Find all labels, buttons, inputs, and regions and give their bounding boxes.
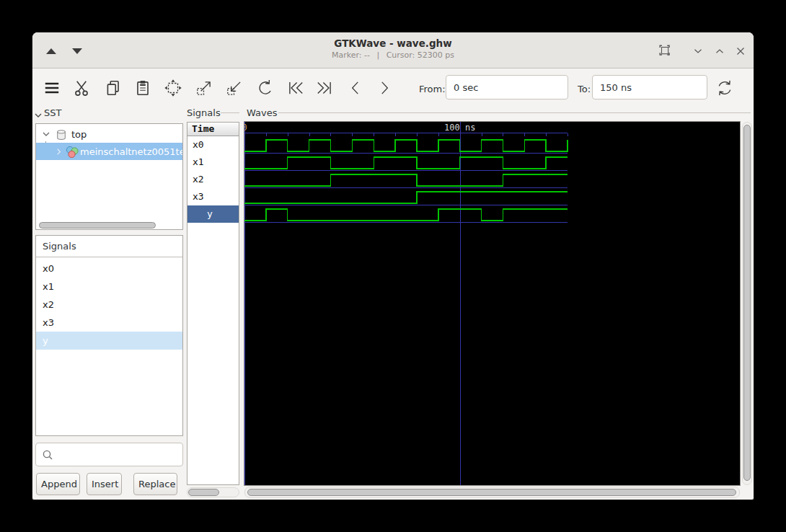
marker-status: Marker: -- (332, 50, 370, 60)
triangle-down-button[interactable] (69, 43, 86, 60)
zoom-fit-button[interactable] (164, 79, 182, 97)
from-label: From: (419, 84, 446, 94)
skip-to-end-button[interactable] (315, 79, 334, 97)
tree-expander-icon[interactable] (42, 130, 50, 138)
close-button[interactable] (732, 43, 749, 60)
step-forward-button[interactable] (375, 79, 394, 97)
cut-icon (72, 89, 91, 99)
module-spheres-icon (66, 146, 79, 158)
cut-button[interactable] (72, 79, 91, 97)
search-box[interactable] (35, 443, 183, 466)
to-input[interactable] (592, 75, 707, 99)
sst-tree: top meinschaltnetz0051testb (35, 123, 183, 230)
search-input[interactable] (58, 443, 183, 466)
insert-button[interactable]: Insert (87, 473, 122, 495)
skip-to-start-button[interactable] (286, 79, 305, 97)
replace-button[interactable]: Replace (133, 473, 177, 495)
titlebar[interactable]: GTKWave - wave.ghw Marker: -- | Cursor: … (32, 32, 754, 68)
gtkwave-window: GTKWave - wave.ghw Marker: -- | Cursor: … (32, 32, 754, 500)
close-icon (734, 45, 747, 58)
fit-window-icon (658, 43, 674, 59)
zoom-in-button[interactable] (195, 79, 213, 97)
roll-down-icon (692, 45, 705, 58)
waves-panel-label: Waves (247, 107, 277, 118)
paste-button[interactable] (133, 79, 152, 97)
triangle-up-icon (46, 48, 56, 54)
copy-icon (104, 89, 123, 99)
tree-hscrollbar-thumb[interactable] (39, 222, 156, 229)
menu-icon (43, 89, 61, 99)
tree-node-label[interactable]: meinschaltnetz0051testb (80, 146, 182, 157)
names-panel-label: Signals (187, 107, 221, 118)
skip-to-start-icon (286, 89, 305, 99)
from-input[interactable] (446, 75, 568, 99)
wave-canvas[interactable]: 0100 ns (244, 121, 741, 486)
subtitle-separator: | (376, 50, 379, 60)
facility-header: Signals (36, 236, 182, 257)
frame-border-line (278, 112, 751, 113)
reload-button[interactable] (715, 79, 734, 97)
menu-button[interactable] (43, 79, 61, 97)
wave-hscrollbar-thumb[interactable] (247, 489, 736, 496)
roll-up-icon (713, 45, 726, 58)
facility-row-x0[interactable]: x0 (36, 260, 182, 278)
append-button[interactable]: Append (36, 473, 80, 495)
zoom-in-icon (195, 89, 213, 99)
zoom-out-icon (225, 89, 244, 99)
facility-row-x3[interactable]: x3 (36, 314, 182, 332)
window-title: GTKWave - wave.ghw (32, 37, 754, 49)
to-label: To: (578, 84, 591, 94)
undo-icon (255, 89, 274, 99)
zoom-out-button[interactable] (225, 79, 244, 97)
skip-to-end-icon (315, 89, 334, 99)
step-forward-icon (375, 89, 394, 99)
signal-names-panel: Time x0x1x2x3y (187, 122, 239, 485)
triangle-up-button[interactable] (43, 43, 60, 60)
facility-row-x1[interactable]: x1 (36, 278, 182, 296)
desktop-background: GTKWave - wave.ghw Marker: -- | Cursor: … (0, 0, 786, 532)
sst-expander-icon[interactable] (34, 109, 43, 123)
names-hscrollbar-thumb[interactable] (188, 489, 219, 496)
signal-name-row-x2[interactable]: x2 (187, 171, 239, 188)
triangle-down-icon (72, 48, 82, 54)
zoom-fit-icon (164, 89, 182, 99)
tree-expander-icon[interactable] (55, 148, 63, 156)
roll-up-button[interactable] (711, 43, 728, 60)
svg-text:100 ns: 100 ns (444, 123, 475, 133)
cursor-status: Cursor: 52300 ps (387, 50, 454, 60)
time-column-header[interactable]: Time (187, 123, 239, 136)
step-back-button[interactable] (346, 79, 365, 97)
frame-border-line (221, 112, 239, 113)
search-icon (42, 449, 53, 461)
sst-panel-label: SST (44, 107, 61, 118)
signal-name-row-y[interactable]: y (187, 205, 239, 223)
tree-node-label[interactable]: top (71, 129, 87, 140)
facility-list: Signals x0x1x2x3y (35, 235, 183, 436)
wave-vscrollbar-thumb[interactable] (743, 125, 751, 481)
window-subtitle: Marker: -- | Cursor: 52300 ps (32, 50, 754, 60)
roll-down-button[interactable] (689, 43, 707, 60)
tree-row-top[interactable]: top (36, 125, 182, 143)
signal-name-row-x1[interactable]: x1 (187, 154, 239, 171)
signal-name-row-x3[interactable]: x3 (187, 188, 239, 205)
paste-icon (133, 89, 152, 99)
reload-icon (715, 89, 734, 99)
module-cylinder-icon (56, 128, 67, 141)
copy-button[interactable] (104, 79, 123, 97)
fit-window-button[interactable] (657, 43, 674, 60)
facility-row-x2[interactable]: x2 (36, 296, 182, 314)
facility-row-y[interactable]: y (36, 332, 182, 350)
signal-name-row-x0[interactable]: x0 (187, 136, 239, 154)
tree-row-module[interactable]: meinschaltnetz0051testb (36, 143, 182, 160)
undo-button[interactable] (255, 79, 274, 97)
svg-text:0: 0 (244, 123, 247, 133)
step-back-icon (346, 89, 365, 99)
